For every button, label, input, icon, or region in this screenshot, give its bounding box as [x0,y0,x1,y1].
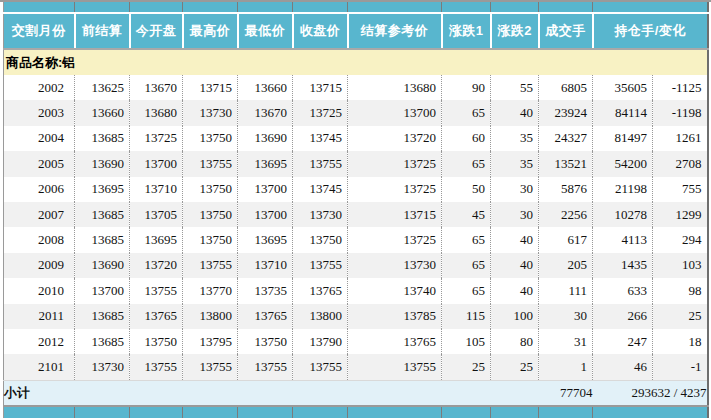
cell-oi-change: 2708 [653,151,708,176]
cell-close: 13800 [293,304,348,329]
strip-cell [442,406,491,418]
cell-month: 2005 [4,151,75,176]
cell-open: 13695 [130,227,183,252]
cell-open-interest: 4113 [593,227,653,252]
cell-change2: 30 [491,202,539,227]
cell-month: 2101 [4,354,75,380]
cell-low: 13670 [238,100,293,125]
cell-open-interest: 81497 [593,126,653,151]
cell-month: 2002 [4,75,75,100]
cell-high: 13750 [183,126,238,151]
table-row: 2005136901370013755136951375513725653513… [4,151,708,176]
futures-quote-panel: 交割月份 前结算 今开盘 最高价 最低价 收盘价 结算参考价 涨跌1 涨跌2 成… [0,0,711,420]
product-name-row: 商品名称:铝 [4,49,708,75]
cell-high: 13800 [183,304,238,329]
cell-oi-change: -1198 [653,100,708,125]
column-header-low: 最低价 [238,13,293,49]
cell-close: 13715 [293,75,348,100]
table-row: 2012136851375013795137501379013765105803… [4,329,708,354]
cell-open: 13755 [130,278,183,303]
cell-volume: 2256 [539,202,593,227]
cell-month: 2009 [4,253,75,278]
strip-cell [75,2,130,13]
cell-prev-settle: 13625 [75,75,130,100]
cell-settle-ref: 13725 [348,177,442,202]
column-header-settle-ref: 结算参考价 [348,13,442,49]
cell-change1: 45 [442,202,491,227]
cell-settle-ref: 13680 [348,75,442,100]
cell-high: 13755 [183,151,238,176]
cell-prev-settle: 13700 [75,278,130,303]
cell-volume: 13521 [539,151,593,176]
table-row: 2006136951371013750137001374513725503058… [4,177,708,202]
column-header-high: 最高价 [183,13,238,49]
cell-change2: 100 [491,304,539,329]
cell-settle-ref: 13720 [348,126,442,151]
table-row: 2008136851369513750136951375013725654061… [4,227,708,252]
cell-close: 13725 [293,100,348,125]
column-header-change1: 涨跌1 [442,13,491,49]
cell-oi-change: 1261 [653,126,708,151]
cell-volume: 111 [539,278,593,303]
strip-cell [75,406,130,418]
cell-high: 13795 [183,329,238,354]
cell-close: 13745 [293,126,348,151]
strip-cell [293,2,348,13]
cell-change1: 65 [442,151,491,176]
cell-settle-ref: 13700 [348,100,442,125]
strip-cell [593,406,708,418]
cell-open: 13700 [130,151,183,176]
cell-high: 13750 [183,177,238,202]
cell-open: 13680 [130,100,183,125]
cell-settle-ref: 13785 [348,304,442,329]
cell-month: 2007 [4,202,75,227]
cell-change2: 35 [491,126,539,151]
cell-low: 13755 [238,354,293,380]
cell-close: 13790 [293,329,348,354]
cell-month: 2008 [4,227,75,252]
strip-cell [491,406,539,418]
cell-volume: 6805 [539,75,593,100]
cell-change2: 30 [491,177,539,202]
table-row: 2004136851372513750136901374513720603524… [4,126,708,151]
table-row: 2007136851370513750137001373013715453022… [4,202,708,227]
cell-oi-change: -1125 [653,75,708,100]
cell-close: 13755 [293,253,348,278]
cell-volume: 31 [539,329,593,354]
cell-volume: 24327 [539,126,593,151]
cell-open: 13750 [130,329,183,354]
cell-prev-settle: 13685 [75,126,130,151]
cell-change1: 60 [442,126,491,151]
subtotal-label: 小计 [4,380,539,406]
cell-change1: 50 [442,177,491,202]
cell-month: 2004 [4,126,75,151]
column-header-open: 今开盘 [130,13,183,49]
cell-open: 13725 [130,126,183,151]
strip-cell [130,406,183,418]
cell-open-interest: 54200 [593,151,653,176]
cell-low: 13710 [238,253,293,278]
cell-oi-change: -1 [653,354,708,380]
column-header-change2: 涨跌2 [491,13,539,49]
cell-settle-ref: 13765 [348,329,442,354]
cell-change2: 80 [491,329,539,354]
column-header-open-interest-change: 持仓手/变化 [593,13,708,49]
table-row: 2009136901372013755137101375513730654020… [4,253,708,278]
cell-change2: 25 [491,354,539,380]
cell-volume: 205 [539,253,593,278]
cell-open-interest: 1435 [593,253,653,278]
column-header-month: 交割月份 [4,13,75,49]
cell-change1: 115 [442,304,491,329]
cell-prev-settle: 13695 [75,177,130,202]
cell-high: 13730 [183,100,238,125]
cell-month: 2012 [4,329,75,354]
cell-close: 13755 [293,354,348,380]
cell-volume: 5876 [539,177,593,202]
table-row: 2011136851376513800137651380013785115100… [4,304,708,329]
table-row: 2010137001375513770137351376513740654011… [4,278,708,303]
cell-change2: 35 [491,151,539,176]
product-name-label: 商品名称:铝 [4,49,708,75]
strip-cell [293,406,348,418]
cell-low: 13765 [238,304,293,329]
cell-prev-settle: 13690 [75,151,130,176]
